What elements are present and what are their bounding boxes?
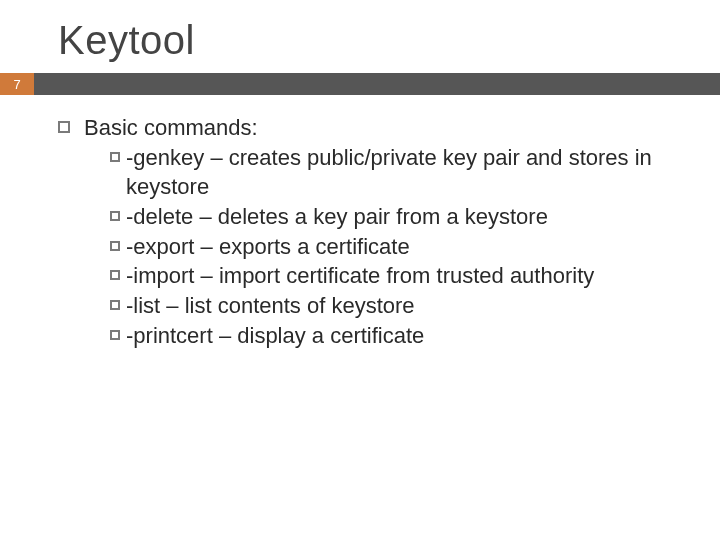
content-heading: Basic commands:	[84, 113, 680, 143]
bullet-icon	[110, 270, 120, 280]
command-name: -delete	[126, 204, 193, 229]
bullet-icon	[110, 300, 120, 310]
slide-title: Keytool	[58, 18, 720, 63]
list-item: -delete – deletes a key pair from a keys…	[110, 202, 680, 232]
command-desc: – deletes a key pair from a keystore	[193, 204, 548, 229]
command-desc: – import certificate from trusted author…	[194, 263, 594, 288]
list-item: -import – import certificate from truste…	[110, 261, 680, 291]
slide-content: Basic commands: -genkey – creates public…	[0, 95, 720, 351]
list-item: -list – list contents of keystore	[110, 291, 680, 321]
command-desc: – creates public/private key pair and st…	[126, 145, 652, 200]
list-item: -printcert – display a certificate	[110, 321, 680, 351]
header-bar-fill	[34, 73, 720, 95]
list-item: -genkey – creates public/private key pai…	[110, 143, 680, 202]
header-bar: 7	[0, 73, 720, 95]
bullet-icon	[110, 330, 120, 340]
command-desc: – display a certificate	[213, 323, 425, 348]
bullet-icon	[110, 152, 120, 162]
command-name: -printcert	[126, 323, 213, 348]
command-name: -list	[126, 293, 160, 318]
command-name: -import	[126, 263, 194, 288]
command-desc: – list contents of keystore	[160, 293, 414, 318]
bullet-icon	[58, 121, 70, 133]
list-item: -export – exports a certificate	[110, 232, 680, 262]
bullet-icon	[110, 211, 120, 221]
page-number: 7	[0, 73, 34, 95]
bullet-icon	[110, 241, 120, 251]
command-name: -export	[126, 234, 194, 259]
command-name: -genkey	[126, 145, 204, 170]
command-desc: – exports a certificate	[194, 234, 409, 259]
